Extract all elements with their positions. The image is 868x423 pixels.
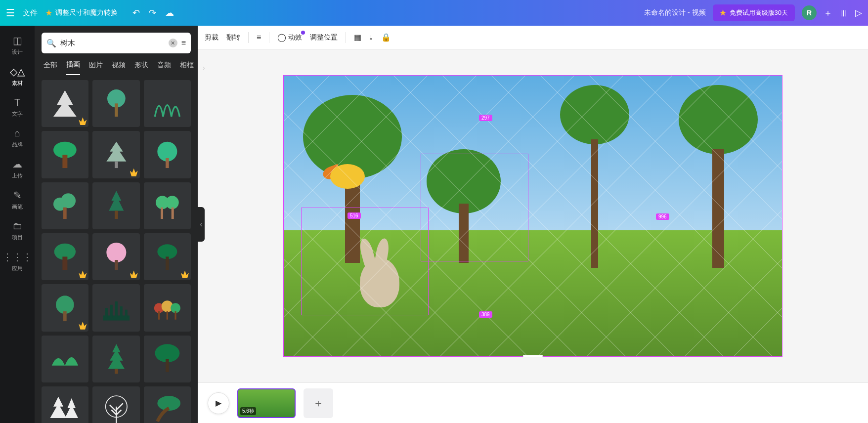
expand-pages-icon[interactable]: ⌄: [523, 355, 543, 357]
asset-tree-item[interactable]: [144, 336, 191, 382]
left-rail: ◫设计 ◇△素材 T文字 ⌂品牌 ☁上传 ✎画笔 🗀项目 ⋮⋮⋮应用: [0, 26, 35, 423]
asset-tree-item[interactable]: [92, 80, 139, 127]
redo-icon[interactable]: ↷: [149, 7, 156, 18]
top-navbar: ☰ 文件 调整尺寸和魔力转换 ↶ ↷ ☁ 未命名的设计 - 视频 免费试用高级版…: [0, 0, 868, 26]
tab-photo[interactable]: 图片: [89, 61, 103, 75]
rail-upload[interactable]: ☁上传: [0, 153, 35, 184]
present-icon[interactable]: ▷: [855, 7, 862, 18]
asset-tree-item[interactable]: [92, 284, 139, 331]
play-button[interactable]: ▶: [208, 392, 229, 414]
asset-tree-item[interactable]: [144, 182, 191, 229]
separator: [346, 32, 346, 43]
svg-rect-1: [115, 104, 118, 117]
asset-tree-item[interactable]: [42, 182, 88, 229]
effects-icon: ◯: [277, 33, 286, 42]
svg-rect-10: [115, 211, 118, 219]
hamburger-icon[interactable]: ☰: [6, 7, 15, 19]
category-tabs: 全部 插画 图片 视频 形状 音频 相框 ›: [35, 58, 198, 75]
resize-magic-button[interactable]: 调整尺寸和魔力转换: [45, 8, 118, 17]
flip-button[interactable]: 翻转: [226, 33, 240, 42]
user-avatar[interactable]: R: [802, 5, 817, 20]
asset-tree-item[interactable]: [42, 131, 88, 178]
upload-icon: ☁: [12, 158, 22, 170]
svg-rect-31: [166, 359, 169, 372]
tab-audio[interactable]: 音频: [157, 61, 171, 75]
resize-label: 调整尺寸和魔力转换: [55, 8, 118, 17]
tab-video[interactable]: 视频: [112, 61, 126, 75]
shapes-icon: ◇△: [10, 66, 25, 78]
pencil-icon: ✎: [13, 189, 22, 201]
side-panel: 🔍 ✕ ≡ 全部 插画 图片 视频 形状 音频 相框 › ‹: [35, 26, 198, 423]
crown-icon: [720, 9, 727, 16]
asset-tree-item[interactable]: [92, 386, 139, 423]
copy-style-icon[interactable]: ⫰: [369, 33, 373, 42]
align-icon[interactable]: ≡: [257, 33, 261, 42]
page-thumbnail[interactable]: 5.6秒: [237, 388, 296, 418]
filter-icon[interactable]: ≡: [181, 39, 186, 47]
asset-tree-item[interactable]: [144, 284, 191, 331]
upgrade-button[interactable]: 免费试用高级版30天: [713, 4, 795, 21]
asset-tree-item[interactable]: [92, 233, 139, 280]
brand-icon: ⌂: [14, 127, 20, 139]
undo-icon[interactable]: ↶: [132, 7, 140, 18]
rail-projects[interactable]: 🗀项目: [0, 215, 35, 246]
add-page-button[interactable]: ＋: [304, 388, 333, 418]
tab-shape[interactable]: 形状: [134, 61, 148, 75]
lock-icon[interactable]: 🔒: [381, 33, 391, 42]
asset-tree-item[interactable]: [42, 336, 88, 382]
design-title[interactable]: 未命名的设计 - 视频: [644, 8, 705, 17]
add-collaborator-icon[interactable]: ＋: [824, 7, 832, 19]
rail-draw[interactable]: ✎画笔: [0, 184, 35, 215]
file-menu[interactable]: 文件: [23, 8, 38, 18]
guide-label: 516: [347, 212, 361, 219]
rail-design[interactable]: ◫设计: [0, 30, 35, 61]
tab-illustration[interactable]: 插画: [66, 60, 80, 75]
svg-rect-27: [167, 311, 168, 320]
template-icon: ◫: [13, 35, 22, 46]
selection-box[interactable]: [301, 208, 429, 315]
cloud-sync-icon[interactable]: ☁: [165, 7, 174, 18]
rail-apps[interactable]: ⋮⋮⋮应用: [0, 246, 35, 277]
asset-tree-item[interactable]: [42, 80, 88, 127]
rail-brand[interactable]: ⌂品牌: [0, 123, 35, 153]
svg-rect-6: [166, 158, 169, 168]
effects-button[interactable]: ◯ 动效: [277, 33, 302, 42]
analytics-icon[interactable]: ⫼: [839, 8, 848, 18]
asset-tree-item[interactable]: [92, 336, 139, 382]
rail-text[interactable]: T文字: [0, 92, 35, 123]
asset-tree-item[interactable]: [92, 131, 139, 178]
selection-box[interactable]: [421, 154, 528, 261]
svg-point-21: [56, 296, 74, 314]
search-icon: 🔍: [46, 39, 56, 48]
asset-tree-item[interactable]: [144, 131, 191, 178]
asset-tree-item[interactable]: [92, 182, 139, 229]
svg-rect-14: [172, 208, 174, 219]
svg-rect-26: [158, 311, 160, 320]
clear-search-icon[interactable]: ✕: [169, 39, 177, 47]
svg-point-8: [61, 193, 76, 208]
rail-elements[interactable]: ◇△素材: [0, 61, 35, 92]
crop-button[interactable]: 剪裁: [205, 33, 218, 42]
svg-rect-20: [166, 257, 169, 270]
folder-icon: 🗀: [12, 220, 22, 232]
separator: [269, 32, 269, 43]
asset-tree-item[interactable]: [144, 386, 191, 423]
tab-frame[interactable]: 相框: [180, 61, 194, 75]
guide-label: 389: [479, 311, 492, 318]
search-input[interactable]: [60, 39, 165, 47]
timeline-bar: ▶ 5.6秒 ＋: [198, 382, 868, 423]
duration-label: 5.6秒: [240, 407, 256, 415]
canvas[interactable]: 297 516 996 389 ⌄ ▾▴: [283, 75, 782, 357]
asset-tree-item[interactable]: [144, 80, 191, 127]
guide-label: 996: [656, 213, 669, 220]
asset-tree-item[interactable]: [144, 233, 191, 280]
asset-tree-item[interactable]: [42, 233, 88, 280]
svg-rect-16: [63, 257, 68, 270]
tab-all[interactable]: 全部: [43, 61, 57, 75]
transparency-icon[interactable]: ▦: [354, 33, 361, 42]
text-icon: T: [14, 97, 20, 108]
svg-rect-28: [174, 311, 176, 320]
position-button[interactable]: 调整位置: [310, 33, 338, 42]
asset-tree-item[interactable]: [42, 284, 88, 331]
asset-tree-item[interactable]: [42, 386, 88, 423]
